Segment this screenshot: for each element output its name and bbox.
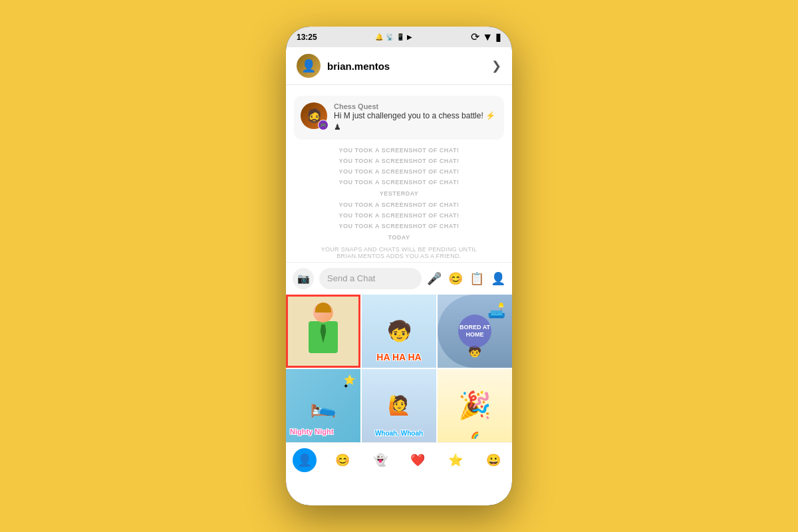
nav-face[interactable]: 😀 — [481, 448, 505, 472]
battery-icon: ▮ — [495, 31, 501, 43]
chat-input[interactable]: Send a Chat — [319, 268, 422, 289]
play-icon: ▶ — [407, 33, 412, 41]
nav-bitmoji[interactable]: 👤 — [293, 448, 317, 472]
chevron-right-icon[interactable]: ❯ — [491, 59, 501, 73]
username: brian.mentos — [327, 61, 390, 72]
rainbow-text: 🌈 — [471, 432, 479, 439]
sticker-item-6[interactable]: 🎉 🌈 — [438, 369, 512, 442]
input-icons: 🎤 😊 📋 👤 — [427, 271, 505, 286]
system-msg-2: YOU TOOK A SCREENSHOT OF CHAT! — [286, 156, 512, 166]
phone-frame: 13:25 🔔 📡 📱 ▶ ⟳ ▼ ▮ 👤 brian.mentos ❯ 🧔 🎮 — [286, 27, 512, 505]
face-nav-icon: 😀 — [486, 453, 501, 467]
mic-icon[interactable]: 🎤 — [427, 271, 442, 286]
sticker-item-4[interactable]: 🛌 Nighty Night ⭐ ✦ — [286, 369, 360, 442]
nav-heart[interactable]: ❤️ — [406, 448, 430, 472]
system-msg-7: YOU TOOK A SCREENSHOT OF CHAT! — [286, 221, 512, 231]
chat-input-placeholder: Send a Chat — [327, 273, 375, 283]
sticker-grid: 🧒 HA HA HA 🛋️ 🧒 BORED AT HOME 🛌 Nighty N… — [286, 295, 512, 442]
system-msg-5: YOU TOOK A SCREENSHOT OF CHAT! — [286, 200, 512, 210]
bitmoji-nav-icon: 👤 — [297, 453, 312, 467]
notif-title: Chess Quest — [334, 102, 497, 110]
status-right-icons: ⟳ ▼ ▮ — [471, 31, 501, 43]
nav-ghost[interactable]: 👻 — [368, 448, 392, 472]
notif-message: Hi M just challenged you to a chess batt… — [334, 110, 497, 133]
heart-nav-icon: ❤️ — [410, 453, 425, 467]
chess-quest-notification: 🧔 🎮 Chess Quest Hi M just challenged you… — [294, 96, 504, 140]
notif-content: Chess Quest Hi M just challenged you to … — [334, 102, 497, 133]
bottom-nav: 👤 😊 👻 ❤️ ⭐ 😀 — [286, 442, 512, 479]
yesterday-label: YESTERDAY — [286, 188, 512, 200]
chat-body: 🧔 🎮 Chess Quest Hi M just challenged you… — [286, 85, 512, 505]
sticker-item-1[interactable] — [286, 295, 360, 368]
sticker-item-5[interactable]: 🙋 Whoah, Whoah — [362, 369, 436, 442]
notif-avatar: 🧔 🎮 — [301, 102, 327, 129]
nighty-night-text: Nighty Night — [290, 428, 333, 436]
sticker-item-3[interactable]: 🛋️ 🧒 BORED AT HOME — [438, 295, 512, 368]
chat-input-area: 📷 Send a Chat 🎤 😊 📋 👤 — [286, 262, 512, 295]
system-msg-3: YOU TOOK A SCREENSHOT OF CHAT! — [286, 166, 512, 177]
sticker-icon[interactable]: 📋 — [469, 271, 484, 286]
system-msg-6: YOU TOOK A SCREENSHOT OF CHAT! — [286, 210, 512, 221]
system-msg-1: YOU TOOK A SCREENSHOT OF CHAT! — [286, 145, 512, 156]
bitmoji-icon[interactable]: 👤 — [491, 271, 505, 286]
pending-notice: YOUR SNAPS AND CHATS WILL BE PENDING UNT… — [286, 243, 512, 262]
emoji-icon[interactable]: 😊 — [448, 271, 463, 286]
status-left-icons: 🔔 📡 📱 ▶ — [375, 33, 412, 41]
today-label: TODAY — [286, 231, 512, 243]
notif-badge: 🎮 — [318, 120, 329, 130]
nav-emoji[interactable]: 😊 — [331, 448, 354, 472]
sticker-ha-text: HA HA HA — [376, 352, 421, 362]
status-time: 13:25 — [297, 33, 317, 42]
system-msg-4: YOU TOOK A SCREENSHOT OF CHAT! — [286, 177, 512, 188]
alarm-icon: 🔔 — [375, 33, 383, 41]
wifi-icon: ▼ — [482, 31, 493, 43]
chat-header[interactable]: 👤 brian.mentos ❯ — [286, 47, 512, 85]
ghost-nav-icon: 👻 — [373, 453, 388, 467]
bored-at-home-text: BORED AT HOME — [458, 315, 491, 348]
whoah-whoah-text: Whoah, Whoah — [375, 430, 423, 437]
status-bar: 13:25 🔔 📡 📱 ▶ ⟳ ▼ ▮ — [286, 27, 512, 47]
emoji-nav-icon: 😊 — [335, 453, 350, 467]
camera-button[interactable]: 📷 — [293, 268, 314, 289]
cast-icon: 📡 — [386, 33, 394, 41]
chat-header-left: 👤 brian.mentos — [297, 54, 390, 78]
sticker-item-2[interactable]: 🧒 HA HA HA — [362, 295, 436, 368]
avatar: 👤 — [297, 54, 321, 78]
nav-star[interactable]: ⭐ — [444, 448, 467, 472]
rotate-icon: ⟳ — [471, 31, 479, 43]
star-nav-icon: ⭐ — [448, 453, 463, 467]
screen-icon: 📱 — [396, 33, 404, 41]
